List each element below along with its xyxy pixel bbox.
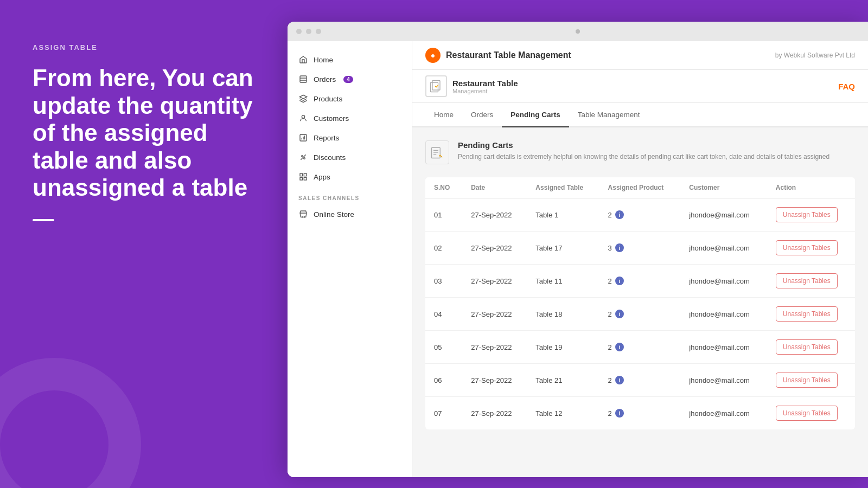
main-content: ● Restaurant Table Management by Webkul … [412,41,868,477]
section-icon [425,140,449,164]
section-title: Pending Carts [458,140,829,150]
cell-date: 27-Sep-2022 [462,364,527,397]
svg-rect-18 [432,81,440,91]
store-icon [298,209,308,219]
cell-sno: 02 [425,232,462,265]
main-heading: From here, You can update the quantity o… [33,65,266,202]
svg-point-8 [302,156,303,157]
cell-assigned-product: 2 i [599,331,681,364]
sub-header: Restaurant Table Management FAQ [412,70,868,103]
app-icon: ● [425,48,441,63]
home-icon [298,55,308,65]
apps-icon [298,172,308,182]
sidebar-label-products: Products [314,95,342,103]
unassign-tables-button[interactable]: Unassign Tables [776,406,838,421]
svg-rect-19 [432,147,441,158]
svg-rect-0 [300,76,307,82]
sidebar-item-home[interactable]: Home [288,50,412,69]
sidebar-label-discounts: Discounts [314,153,346,162]
sidebar-item-orders[interactable]: Orders 4 [288,69,412,89]
cell-assigned-table: Table 17 [527,232,599,265]
orders-icon [298,74,308,84]
cell-sno: 06 [425,364,462,397]
unassign-tables-button[interactable]: Unassign Tables [776,273,838,288]
cell-date: 27-Sep-2022 [462,397,527,430]
cell-sno: 04 [425,298,462,331]
cell-action: Unassign Tables [767,232,855,265]
discounts-icon [298,152,308,162]
app-title-text: Restaurant Table Management [446,50,571,60]
cell-customer: jhondoe@mail.com [680,331,767,364]
faq-link[interactable]: FAQ [838,82,855,91]
svg-rect-12 [304,174,307,176]
tab-home[interactable]: Home [425,103,462,127]
tab-pending-carts[interactable]: Pending Carts [502,103,569,127]
customers-icon [298,113,308,123]
svg-rect-11 [300,174,303,176]
tab-table-management[interactable]: Table Management [569,103,649,127]
sidebar-item-discounts[interactable]: Discounts [288,147,412,167]
sidebar-label-orders: Orders [314,75,336,84]
sidebar-item-online-store[interactable]: Online Store [288,204,412,224]
col-action: Action [767,177,855,198]
svg-rect-14 [304,177,307,180]
cell-action: Unassign Tables [767,198,855,232]
sidebar-item-products[interactable]: Products [288,89,412,108]
unassign-tables-button[interactable]: Unassign Tables [776,339,838,355]
sidebar-label-customers: Customers [314,114,349,123]
cell-date: 27-Sep-2022 [462,298,527,331]
table-row: 02 27-Sep-2022 Table 17 3 i jhondoe@mail… [425,232,855,265]
unassign-tables-button[interactable]: Unassign Tables [776,306,838,322]
svg-rect-13 [300,177,303,180]
cell-customer: jhondoe@mail.com [680,198,767,232]
cell-assigned-product: 3 i [599,232,681,265]
cell-action: Unassign Tables [767,364,855,397]
section-desc: Pending cart details is extremely helpfu… [458,152,829,162]
deco-circle [0,358,141,488]
unassign-tables-button[interactable]: Unassign Tables [776,240,838,255]
cell-assigned-table: Table 12 [527,397,599,430]
table-row: 05 27-Sep-2022 Table 19 2 i jhondoe@mail… [425,331,855,364]
products-icon [298,94,308,104]
cell-assigned-product: 2 i [599,265,681,298]
info-icon[interactable]: i [615,277,624,285]
unassign-tables-button[interactable]: Unassign Tables [776,373,838,388]
cell-assigned-product: 2 i [599,298,681,331]
browser-dot-2 [306,29,311,34]
info-icon[interactable]: i [615,210,624,219]
unassign-tables-button[interactable]: Unassign Tables [776,207,838,222]
assign-table-label: ASSIGN TABLE [33,43,266,52]
plugin-svg-icon [429,79,444,94]
content-area: Pending Carts Pending cart details is ex… [412,127,868,442]
table-row: 07 27-Sep-2022 Table 12 2 i jhondoe@mail… [425,397,855,430]
col-sno: S.NO [425,177,462,198]
section-text: Pending Carts Pending cart details is ex… [458,140,829,162]
cell-date: 27-Sep-2022 [462,198,527,232]
browser-dot-3 [316,29,321,34]
sidebar-item-reports[interactable]: Reports [288,128,412,147]
tab-orders[interactable]: Orders [462,103,502,127]
sidebar-item-customers[interactable]: Customers [288,108,412,128]
left-panel: ASSIGN TABLE From here, You can update t… [0,0,298,488]
cell-sno: 01 [425,198,462,232]
cell-customer: jhondoe@mail.com [680,364,767,397]
info-icon[interactable]: i [615,409,624,418]
sidebar-item-apps[interactable]: Apps [288,167,412,187]
col-assigned-product: Assigned Product [599,177,681,198]
col-date: Date [462,177,527,198]
info-icon[interactable]: i [615,243,624,252]
reports-icon [298,133,308,143]
sidebar-label-apps: Apps [314,173,330,181]
info-icon[interactable]: i [615,343,624,351]
info-icon[interactable]: i [615,376,624,384]
svg-point-9 [304,158,305,159]
nav-tabs: Home Orders Pending Carts Table Manageme… [412,103,868,127]
cell-assigned-table: Table 19 [527,331,599,364]
plugin-title: Restaurant Table Management [425,75,518,97]
table-row: 06 27-Sep-2022 Table 21 2 i jhondoe@mail… [425,364,855,397]
cell-customer: jhondoe@mail.com [680,298,767,331]
sidebar: Home Orders 4 Products Customers [288,41,412,477]
top-bar: ● Restaurant Table Management by Webkul … [412,41,868,70]
info-icon[interactable]: i [615,310,624,318]
cell-customer: jhondoe@mail.com [680,397,767,430]
